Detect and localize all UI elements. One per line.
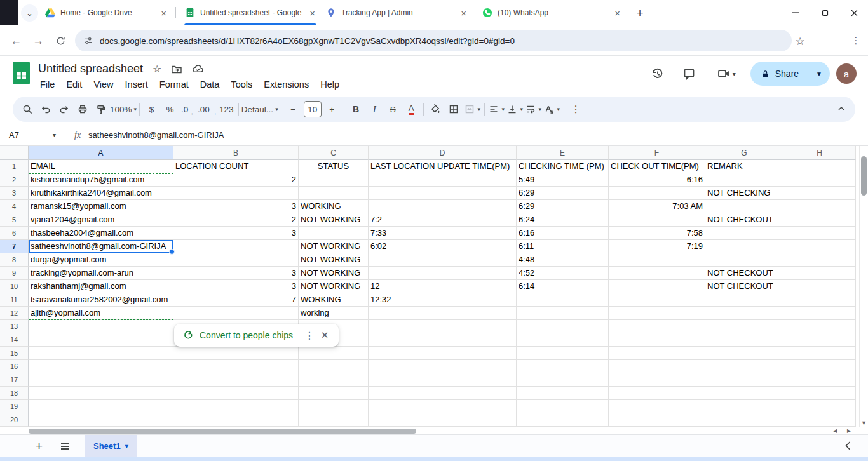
cell-D16[interactable] bbox=[369, 360, 517, 373]
column-header-C[interactable]: C bbox=[299, 146, 369, 160]
cell-E5[interactable]: 6:24 bbox=[517, 213, 609, 227]
cell-F9[interactable] bbox=[609, 267, 705, 280]
format-currency-button[interactable]: $ bbox=[142, 100, 161, 119]
cell-H13[interactable] bbox=[783, 320, 856, 333]
sheet-tab-menu-icon[interactable]: ▾ bbox=[125, 443, 128, 450]
row-header-19[interactable]: 19 bbox=[0, 400, 29, 413]
cell-F16[interactable] bbox=[609, 360, 705, 373]
more-formats-button[interactable]: 123 bbox=[217, 100, 236, 119]
collapse-toolbar-icon[interactable] bbox=[837, 104, 845, 115]
tab-2[interactable]: Untitled spreadsheet - Google S× bbox=[179, 0, 322, 25]
cell-D13[interactable] bbox=[369, 320, 517, 333]
cell-B10[interactable]: 3 bbox=[173, 280, 299, 293]
comments-icon[interactable] bbox=[677, 61, 702, 86]
cell-D20[interactable] bbox=[369, 413, 517, 427]
cell-A2[interactable]: kishoreanandup75@gmail.com bbox=[29, 173, 173, 187]
popup-close-icon[interactable]: ✕ bbox=[317, 328, 332, 343]
paint-format-button[interactable] bbox=[92, 100, 110, 119]
cell-H14[interactable] bbox=[783, 333, 856, 347]
cell-F13[interactable] bbox=[609, 320, 705, 333]
close-tab-icon[interactable]: × bbox=[459, 8, 468, 18]
cell-H11[interactable] bbox=[783, 293, 856, 307]
menu-insert[interactable]: Insert bbox=[119, 77, 154, 91]
cell-G10[interactable]: NOT CHECKOUT bbox=[705, 280, 783, 293]
cell-G12[interactable] bbox=[705, 307, 783, 320]
cell-C3[interactable] bbox=[299, 187, 369, 200]
popup-more-icon[interactable]: ⋮ bbox=[302, 328, 317, 343]
scroll-right-icon[interactable]: ▶ bbox=[847, 428, 851, 434]
cell-F6[interactable]: 7:58 bbox=[609, 227, 705, 240]
cell-H1[interactable] bbox=[783, 160, 856, 173]
document-title[interactable]: Untitled spreadsheet bbox=[38, 62, 143, 76]
menu-format[interactable]: Format bbox=[154, 77, 194, 91]
row-header-3[interactable]: 3 bbox=[0, 187, 29, 200]
cell-F15[interactable] bbox=[609, 347, 705, 360]
cell-D11[interactable]: 12:32 bbox=[369, 293, 517, 307]
cell-A18[interactable] bbox=[29, 387, 173, 400]
cell-D10[interactable]: 12 bbox=[369, 280, 517, 293]
all-sheets-button[interactable] bbox=[56, 438, 73, 455]
cell-H10[interactable] bbox=[783, 280, 856, 293]
decrease-font-size-button[interactable]: − bbox=[284, 100, 302, 119]
url-text[interactable]: docs.google.com/spreadsheets/d/1HXT82r6A… bbox=[100, 36, 515, 46]
browser-menu-icon[interactable]: ⋮ bbox=[846, 31, 865, 50]
print-button[interactable] bbox=[73, 100, 92, 119]
cell-F10[interactable] bbox=[609, 280, 705, 293]
menu-file[interactable]: File bbox=[34, 77, 60, 91]
redo-button[interactable] bbox=[55, 100, 73, 119]
cell-B8[interactable] bbox=[173, 253, 299, 267]
cell-E13[interactable] bbox=[517, 320, 609, 333]
cell-G17[interactable] bbox=[705, 373, 783, 387]
active-cell-selection[interactable] bbox=[29, 240, 173, 253]
cell-C5[interactable]: NOT WORKING bbox=[299, 213, 369, 227]
row-header-12[interactable]: 12 bbox=[0, 307, 29, 320]
format-percent-button[interactable]: % bbox=[161, 100, 179, 119]
cell-E19[interactable] bbox=[517, 400, 609, 413]
cell-A11[interactable]: tsaravanakumar2582002@gmail.com bbox=[29, 293, 173, 307]
cell-F7[interactable]: 7:19 bbox=[609, 240, 705, 253]
cell-A14[interactable] bbox=[29, 333, 173, 347]
cell-B19[interactable] bbox=[173, 400, 299, 413]
cell-A13[interactable] bbox=[29, 320, 173, 333]
collapse-side-panel-icon[interactable] bbox=[839, 437, 857, 455]
cell-H16[interactable] bbox=[783, 360, 856, 373]
menu-tools[interactable]: Tools bbox=[225, 77, 258, 91]
fill-handle[interactable] bbox=[169, 249, 175, 255]
cell-A5[interactable]: vjana1204@gmail.com bbox=[29, 213, 173, 227]
name-box[interactable]: A7 ▾ bbox=[0, 130, 64, 140]
cell-C11[interactable]: WORKING bbox=[299, 293, 369, 307]
google-sheets-logo[interactable] bbox=[13, 62, 30, 84]
increase-decimals-button[interactable]: .00→ bbox=[198, 100, 217, 119]
cell-E9[interactable]: 4:52 bbox=[517, 267, 609, 280]
cell-E6[interactable]: 6:16 bbox=[517, 227, 609, 240]
cell-C7[interactable]: NOT WORKING bbox=[299, 240, 369, 253]
cell-D4[interactable] bbox=[369, 200, 517, 213]
cell-B18[interactable] bbox=[173, 387, 299, 400]
text-color-button[interactable]: A bbox=[402, 100, 421, 119]
name-box-dropdown-icon[interactable]: ▾ bbox=[53, 131, 56, 138]
cell-C9[interactable]: NOT WORKING bbox=[299, 267, 369, 280]
cell-B4[interactable]: 3 bbox=[173, 200, 299, 213]
row-header-9[interactable]: 9 bbox=[0, 267, 29, 280]
menu-edit[interactable]: Edit bbox=[60, 77, 88, 91]
cell-C15[interactable] bbox=[299, 347, 369, 360]
cell-G16[interactable] bbox=[705, 360, 783, 373]
row-header-16[interactable]: 16 bbox=[0, 360, 29, 373]
row-header-11[interactable]: 11 bbox=[0, 293, 29, 307]
cell-H4[interactable] bbox=[783, 200, 856, 213]
convert-chips-label[interactable]: Convert to people chips bbox=[200, 330, 293, 340]
cell-G11[interactable] bbox=[705, 293, 783, 307]
zoom-select[interactable]: 100%▾ bbox=[110, 100, 137, 119]
column-header-G[interactable]: G bbox=[705, 146, 783, 160]
account-avatar[interactable]: a bbox=[836, 63, 857, 84]
cell-F1[interactable]: CHECK OUT TIME(PM) bbox=[609, 160, 705, 173]
cell-A12[interactable]: ajith@yopmail.com bbox=[29, 307, 173, 320]
cell-B20[interactable] bbox=[173, 413, 299, 427]
cell-D18[interactable] bbox=[369, 387, 517, 400]
maximize-button[interactable] bbox=[811, 0, 839, 25]
cell-C1[interactable]: STATUS bbox=[299, 160, 369, 173]
cell-E8[interactable]: 4:48 bbox=[517, 253, 609, 267]
merge-cells-button[interactable]: ▾ bbox=[463, 100, 482, 119]
cell-D9[interactable] bbox=[369, 267, 517, 280]
cell-G4[interactable] bbox=[705, 200, 783, 213]
